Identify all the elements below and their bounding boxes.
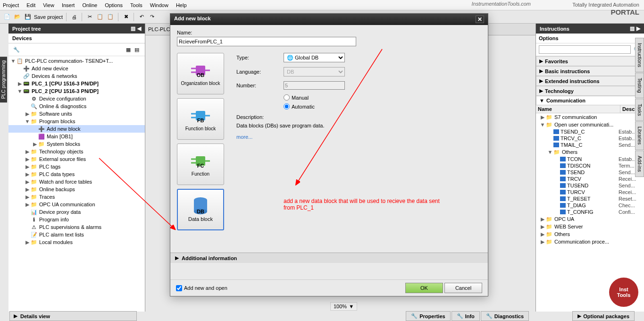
tree-item[interactable]: ▼📟PLC_2 [CPU 1516-3 PN/DP] (8, 87, 145, 95)
instruction-item[interactable]: ▼📁Open user communicati... (536, 121, 644, 128)
menu-online[interactable]: Online (82, 2, 97, 8)
menu-help[interactable]: Help (176, 2, 187, 8)
instruction-item[interactable]: ▼📁Others (536, 148, 644, 156)
instruction-item[interactable]: ▶📁OPC UA (536, 215, 644, 223)
plc-programming-tab[interactable]: PLC programming (0, 57, 7, 102)
instruction-item[interactable]: ▶📁Others (536, 230, 644, 238)
instruction-item[interactable]: TRCV_CEstab... (536, 135, 644, 142)
view2-icon[interactable]: ▤ (133, 45, 141, 54)
close-icon[interactable]: ✕ (476, 16, 484, 23)
tree-item[interactable]: ➕Add new device (8, 65, 145, 72)
instruction-item[interactable]: T_RESETReset... (536, 195, 644, 202)
tree-item[interactable]: ▶📁System blocks (8, 140, 145, 148)
instruction-item[interactable]: TDISCONTerm... (536, 162, 644, 169)
devices-tab[interactable]: Devices (8, 34, 145, 43)
tree-item[interactable]: 🔍Online & diagnostics (8, 102, 145, 110)
expand-icon[interactable]: ▶ (636, 25, 640, 32)
bottom-tab-info[interactable]: 🔧Info (452, 311, 480, 321)
tree-item[interactable]: 🟪Main [OB1] (8, 133, 145, 140)
tree-item[interactable]: ⚠PLC supervisions & alarms (8, 223, 145, 231)
menu-options[interactable]: Options (105, 2, 123, 8)
open-icon[interactable]: 📂 (13, 13, 22, 21)
instruction-item[interactable]: TCONEstab... (536, 156, 644, 162)
bottom-tab-properties[interactable]: 🔧Properties (406, 311, 450, 321)
save-project-button[interactable]: Save project (34, 14, 63, 20)
tree-item[interactable]: ▶📁Software units (8, 110, 145, 118)
instruction-search-input[interactable] (539, 45, 631, 54)
expand-icon[interactable]: ▶ (25, 239, 30, 245)
tree-item[interactable]: ▶📁Watch and force tables (8, 178, 145, 186)
project-tree[interactable]: ▼📋PLC-PLC communcation- TSEND+T...➕Add n… (8, 56, 145, 312)
paste-icon[interactable]: 📋 (106, 13, 115, 21)
instruction-item[interactable]: TRCVRecei... (536, 176, 644, 182)
zoom-control[interactable]: 100% ▼ (330, 302, 357, 311)
instruction-item[interactable]: ▶📁Communication proce... (536, 238, 644, 245)
accordion-basic-instructions[interactable]: ▶Basic instructions (536, 66, 644, 76)
type-select[interactable]: 🌐 Global DB (284, 53, 345, 62)
block-type-db[interactable]: DBData block (177, 189, 224, 230)
side-tab-instructions[interactable]: Instructions (635, 38, 644, 72)
side-tab-add-ins[interactable]: Add-ins (635, 151, 644, 177)
expand-icon[interactable]: ▶ (25, 171, 30, 177)
block-name-input[interactable] (177, 37, 356, 46)
tree-item[interactable]: ▶📁PLC tags (8, 163, 145, 170)
tree-item[interactable]: 🔗Devices & networks (8, 72, 145, 80)
tree-item[interactable]: 📊Device proxy data (8, 208, 145, 216)
delete-icon[interactable]: ✖ (122, 13, 130, 21)
manual-radio[interactable] (284, 94, 290, 101)
add-and-open-checkbox[interactable]: Add new and open (176, 285, 227, 291)
tree-item[interactable]: ▶📁PLC data types (8, 170, 145, 178)
block-type-ob[interactable]: OBOrganization block (177, 53, 224, 94)
print-icon[interactable]: 🖨 (70, 13, 78, 21)
menu-window[interactable]: Window (150, 2, 168, 8)
accordion-technology[interactable]: ▶Technology (536, 86, 644, 96)
view1-icon[interactable]: ▦ (124, 45, 133, 54)
tree-item[interactable]: ▶📟PLC_1 [CPU 1516-3 PN/DP] (8, 80, 145, 87)
block-type-fc[interactable]: FCFunction (177, 144, 224, 185)
optional-packages-tab[interactable]: ▶ Optional packages (572, 311, 635, 321)
instruction-item[interactable]: TURCVRecei... (536, 189, 644, 195)
automatic-radio[interactable] (284, 103, 290, 110)
side-tab-testing[interactable]: Testing (635, 73, 644, 98)
redo-icon[interactable]: ↷ (148, 13, 156, 21)
tree-item[interactable]: ▶📁Traces (8, 193, 145, 201)
instruction-item[interactable]: TUSENDSend... (536, 182, 644, 189)
tree-item[interactable]: ▶📁Online backups (8, 186, 145, 193)
accordion-communication[interactable]: ▼Communication (536, 96, 644, 105)
cut-icon[interactable]: ✂ (85, 13, 94, 21)
pin-icon[interactable]: ▥ (630, 25, 635, 32)
expand-icon[interactable]: ▶ (25, 186, 30, 193)
bottom-tab-diagnostics[interactable]: 🔧Diagnostics (481, 311, 529, 321)
expand-icon[interactable]: ▶ (25, 202, 30, 208)
menu-view[interactable]: View (43, 2, 54, 8)
tree-item[interactable]: ▼📁Program blocks (8, 118, 145, 125)
copy-icon[interactable]: 📋 (96, 13, 104, 21)
tree-item[interactable]: ▶📁Local modules (8, 238, 145, 246)
expand-icon[interactable]: ▶ (25, 179, 30, 185)
tree-tool-icon[interactable]: 🔧 (12, 45, 21, 54)
instruction-item[interactable]: TMAIL_CSend... (536, 142, 644, 148)
accordion-favorites[interactable]: ▶Favorites (536, 56, 644, 66)
expand-icon[interactable]: ▶ (32, 141, 38, 147)
menu-edit[interactable]: Edit (26, 2, 35, 8)
tree-item[interactable]: ⚙Device configuration (8, 95, 145, 102)
expand-icon[interactable]: ▶ (25, 156, 30, 162)
details-view-panel[interactable]: ▶ Details view (9, 311, 137, 321)
tree-item[interactable]: ➕Add new block (8, 125, 145, 133)
collapse-icon[interactable]: ◀ (137, 25, 141, 32)
more-link[interactable]: more... (236, 134, 481, 140)
tree-item[interactable]: 📝PLC alarm text lists (8, 231, 145, 238)
undo-icon[interactable]: ↶ (137, 13, 146, 21)
instruction-item[interactable]: T_CONFIGConfi... (536, 209, 644, 215)
save-icon[interactable]: 💾 (24, 13, 32, 21)
menu-tools[interactable]: Tools (130, 2, 142, 8)
side-tab-tasks[interactable]: Tasks (635, 99, 644, 121)
tree-item[interactable]: ℹProgram info (8, 216, 145, 223)
ok-button[interactable]: OK (405, 283, 443, 293)
new-icon[interactable]: 📄 (3, 13, 11, 21)
instruction-item[interactable]: ▶📁WEB Server (536, 223, 644, 230)
block-type-fb[interactable]: FBFunction block (177, 98, 224, 140)
tree-root[interactable]: ▼📋PLC-PLC communcation- TSEND+T... (8, 57, 145, 65)
instruction-item[interactable]: T_DIAGChec... (536, 202, 644, 209)
instruction-item[interactable]: ▶📁S7 communication (536, 113, 644, 121)
